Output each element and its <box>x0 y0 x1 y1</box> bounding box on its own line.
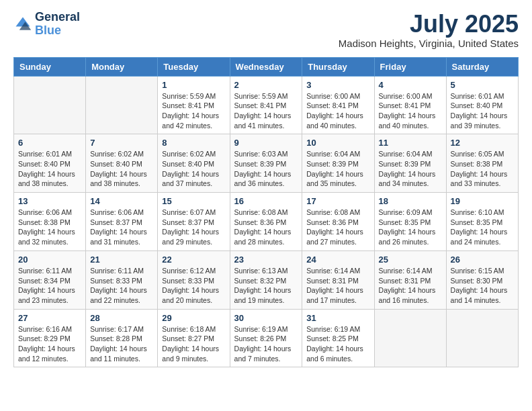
day-info: Sunrise: 6:03 AM Sunset: 8:39 PM Dayligh… <box>234 149 298 189</box>
logo: General Blue <box>13 11 80 38</box>
calendar-day-cell: 10Sunrise: 6:04 AM Sunset: 8:39 PM Dayli… <box>302 134 374 193</box>
day-info: Sunrise: 6:06 AM Sunset: 8:37 PM Dayligh… <box>90 208 153 247</box>
day-number: 25 <box>379 255 442 265</box>
calendar-day-cell: 19Sunrise: 6:10 AM Sunset: 8:35 PM Dayli… <box>446 193 518 251</box>
calendar-day-cell: 17Sunrise: 6:08 AM Sunset: 8:36 PM Dayli… <box>302 193 374 251</box>
day-number: 28 <box>90 313 153 323</box>
month-year-title: July 2025 <box>339 11 519 38</box>
day-info: Sunrise: 6:16 AM Sunset: 8:29 PM Dayligh… <box>18 324 81 364</box>
day-number: 6 <box>18 138 81 148</box>
day-number: 16 <box>234 196 298 206</box>
calendar-day-cell: 20Sunrise: 6:11 AM Sunset: 8:34 PM Dayli… <box>14 250 86 309</box>
calendar-day-cell: 15Sunrise: 6:07 AM Sunset: 8:37 PM Dayli… <box>158 193 230 251</box>
day-number: 1 <box>162 80 225 90</box>
calendar-day-cell <box>86 76 158 134</box>
logo-text: General Blue <box>35 11 80 38</box>
day-number: 3 <box>306 80 369 90</box>
day-info: Sunrise: 6:00 AM Sunset: 8:41 PM Dayligh… <box>306 91 369 131</box>
calendar-day-cell: 7Sunrise: 6:02 AM Sunset: 8:40 PM Daylig… <box>86 134 158 193</box>
day-info: Sunrise: 6:17 AM Sunset: 8:28 PM Dayligh… <box>90 324 153 364</box>
logo-icon <box>13 15 32 34</box>
day-number: 24 <box>306 255 369 265</box>
day-number: 26 <box>451 255 514 265</box>
day-info: Sunrise: 6:19 AM Sunset: 8:25 PM Dayligh… <box>306 324 369 364</box>
calendar-day-cell: 27Sunrise: 6:16 AM Sunset: 8:29 PM Dayli… <box>14 309 86 367</box>
day-number: 14 <box>90 196 153 206</box>
day-info: Sunrise: 6:11 AM Sunset: 8:33 PM Dayligh… <box>90 266 153 306</box>
day-info: Sunrise: 6:09 AM Sunset: 8:35 PM Dayligh… <box>379 208 442 247</box>
day-number: 29 <box>162 313 225 323</box>
calendar-day-cell: 3Sunrise: 6:00 AM Sunset: 8:41 PM Daylig… <box>302 76 374 134</box>
calendar-day-cell: 29Sunrise: 6:18 AM Sunset: 8:27 PM Dayli… <box>158 309 230 367</box>
weekday-header: Wednesday <box>230 57 302 76</box>
day-info: Sunrise: 5:59 AM Sunset: 8:41 PM Dayligh… <box>234 91 298 131</box>
calendar-week-row: 20Sunrise: 6:11 AM Sunset: 8:34 PM Dayli… <box>14 250 519 309</box>
calendar-day-cell: 23Sunrise: 6:13 AM Sunset: 8:32 PM Dayli… <box>230 250 302 309</box>
day-number: 5 <box>451 80 514 90</box>
day-number: 18 <box>379 196 442 206</box>
day-number: 31 <box>306 313 369 323</box>
weekday-header: Tuesday <box>158 57 230 76</box>
calendar-day-cell <box>374 309 446 367</box>
calendar-week-row: 27Sunrise: 6:16 AM Sunset: 8:29 PM Dayli… <box>14 309 519 367</box>
calendar-day-cell: 4Sunrise: 6:00 AM Sunset: 8:41 PM Daylig… <box>374 76 446 134</box>
day-number: 17 <box>306 196 369 206</box>
weekday-header: Sunday <box>14 57 86 76</box>
day-info: Sunrise: 6:07 AM Sunset: 8:37 PM Dayligh… <box>162 208 225 247</box>
calendar-day-cell: 26Sunrise: 6:15 AM Sunset: 8:30 PM Dayli… <box>446 250 518 309</box>
day-number: 10 <box>306 138 369 148</box>
day-number: 23 <box>234 255 298 265</box>
calendar-day-cell: 9Sunrise: 6:03 AM Sunset: 8:39 PM Daylig… <box>230 134 302 193</box>
calendar-day-cell: 5Sunrise: 6:01 AM Sunset: 8:40 PM Daylig… <box>446 76 518 134</box>
calendar-table: SundayMondayTuesdayWednesdayThursdayFrid… <box>13 57 519 368</box>
calendar-day-cell: 11Sunrise: 6:04 AM Sunset: 8:39 PM Dayli… <box>374 134 446 193</box>
day-number: 19 <box>451 196 514 206</box>
calendar-day-cell <box>446 309 518 367</box>
calendar-day-cell: 18Sunrise: 6:09 AM Sunset: 8:35 PM Dayli… <box>374 193 446 251</box>
title-block: July 2025 Madison Heights, Virginia, Uni… <box>339 11 519 49</box>
day-info: Sunrise: 6:14 AM Sunset: 8:31 PM Dayligh… <box>306 266 369 306</box>
day-number: 8 <box>162 138 225 148</box>
day-info: Sunrise: 6:18 AM Sunset: 8:27 PM Dayligh… <box>162 324 225 364</box>
day-number: 20 <box>18 255 81 265</box>
day-info: Sunrise: 6:00 AM Sunset: 8:41 PM Dayligh… <box>379 91 442 131</box>
calendar-day-cell: 24Sunrise: 6:14 AM Sunset: 8:31 PM Dayli… <box>302 250 374 309</box>
weekday-header: Friday <box>374 57 446 76</box>
calendar-day-cell: 28Sunrise: 6:17 AM Sunset: 8:28 PM Dayli… <box>86 309 158 367</box>
day-info: Sunrise: 6:04 AM Sunset: 8:39 PM Dayligh… <box>306 149 369 189</box>
calendar-day-cell: 8Sunrise: 6:02 AM Sunset: 8:40 PM Daylig… <box>158 134 230 193</box>
weekday-header-row: SundayMondayTuesdayWednesdayThursdayFrid… <box>14 57 519 76</box>
day-number: 21 <box>90 255 153 265</box>
calendar-day-cell: 31Sunrise: 6:19 AM Sunset: 8:25 PM Dayli… <box>302 309 374 367</box>
day-number: 22 <box>162 255 225 265</box>
page-header: General Blue July 2025 Madison Heights, … <box>13 11 519 49</box>
calendar-day-cell: 13Sunrise: 6:06 AM Sunset: 8:38 PM Dayli… <box>14 193 86 251</box>
day-info: Sunrise: 6:02 AM Sunset: 8:40 PM Dayligh… <box>162 149 225 189</box>
calendar-day-cell: 30Sunrise: 6:19 AM Sunset: 8:26 PM Dayli… <box>230 309 302 367</box>
day-info: Sunrise: 5:59 AM Sunset: 8:41 PM Dayligh… <box>162 91 225 131</box>
day-info: Sunrise: 6:01 AM Sunset: 8:40 PM Dayligh… <box>18 149 81 189</box>
calendar-day-cell: 21Sunrise: 6:11 AM Sunset: 8:33 PM Dayli… <box>86 250 158 309</box>
calendar-day-cell: 22Sunrise: 6:12 AM Sunset: 8:33 PM Dayli… <box>158 250 230 309</box>
day-info: Sunrise: 6:01 AM Sunset: 8:40 PM Dayligh… <box>451 91 514 131</box>
day-number: 7 <box>90 138 153 148</box>
day-number: 12 <box>451 138 514 148</box>
day-number: 30 <box>234 313 298 323</box>
calendar-week-row: 13Sunrise: 6:06 AM Sunset: 8:38 PM Dayli… <box>14 193 519 251</box>
calendar-week-row: 6Sunrise: 6:01 AM Sunset: 8:40 PM Daylig… <box>14 134 519 193</box>
day-info: Sunrise: 6:12 AM Sunset: 8:33 PM Dayligh… <box>162 266 225 306</box>
calendar-day-cell: 6Sunrise: 6:01 AM Sunset: 8:40 PM Daylig… <box>14 134 86 193</box>
day-number: 4 <box>379 80 442 90</box>
calendar-day-cell <box>14 76 86 134</box>
day-info: Sunrise: 6:06 AM Sunset: 8:38 PM Dayligh… <box>18 208 81 247</box>
calendar-day-cell: 2Sunrise: 5:59 AM Sunset: 8:41 PM Daylig… <box>230 76 302 134</box>
day-info: Sunrise: 6:02 AM Sunset: 8:40 PM Dayligh… <box>90 149 153 189</box>
calendar-day-cell: 25Sunrise: 6:14 AM Sunset: 8:31 PM Dayli… <box>374 250 446 309</box>
calendar-day-cell: 14Sunrise: 6:06 AM Sunset: 8:37 PM Dayli… <box>86 193 158 251</box>
calendar-day-cell: 1Sunrise: 5:59 AM Sunset: 8:41 PM Daylig… <box>158 76 230 134</box>
calendar-week-row: 1Sunrise: 5:59 AM Sunset: 8:41 PM Daylig… <box>14 76 519 134</box>
day-number: 2 <box>234 80 298 90</box>
weekday-header: Monday <box>86 57 158 76</box>
day-info: Sunrise: 6:11 AM Sunset: 8:34 PM Dayligh… <box>18 266 81 306</box>
location-subtitle: Madison Heights, Virginia, United States <box>339 38 519 49</box>
